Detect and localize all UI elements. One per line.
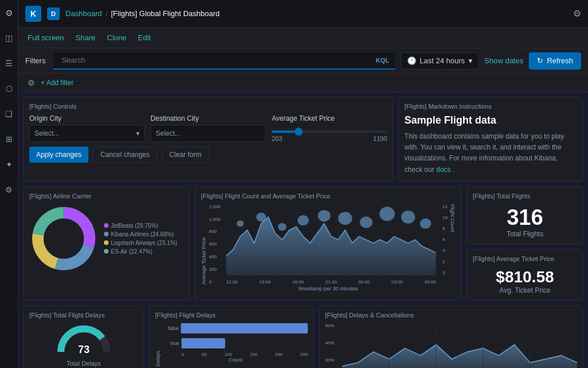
slider-fill xyxy=(272,131,295,133)
search-box[interactable]: KQL xyxy=(53,52,394,70)
top-bar: K D Dashboard / [Flights] Global Flight … xyxy=(18,0,588,28)
flight-delays-title: [Flights] Flight Delays xyxy=(155,312,308,319)
time-label: Last 24 hours xyxy=(420,56,465,65)
total-flights-value: 316 xyxy=(473,205,577,230)
docs-link[interactable]: docs xyxy=(436,166,451,174)
donut-chart-container: JetBeats (29.75%) Kibana Airlines (24.68… xyxy=(29,204,184,273)
clear-form-button[interactable]: Clear form xyxy=(162,147,209,163)
edit-link[interactable]: Edit xyxy=(138,33,150,42)
delays-cancellations-panel: [Flights] Delays & Cancellations 20% 30%… xyxy=(319,305,583,368)
sidebar-icon-home[interactable]: ⊙ xyxy=(1,5,17,21)
main-content: [Flights] Controls Origin City Select...… xyxy=(18,92,588,368)
total-flights-panel: [Flights] Total Flights 316 Total Flight… xyxy=(466,186,583,244)
origin-placeholder: Select... xyxy=(34,129,59,137)
breadcrumb-current: [Flights] Global Flight Dashboard xyxy=(111,9,219,18)
time-filter[interactable]: 🕐 Last 24 hours ▾ xyxy=(401,52,479,70)
markdown-body: This dashboard contains sample data for … xyxy=(404,131,577,175)
svg-point-13 xyxy=(380,206,395,221)
kql-badge[interactable]: KQL xyxy=(376,57,389,64)
y-axis-label: Average Ticket Price xyxy=(201,204,207,285)
origin-select[interactable]: Select... ▾ xyxy=(29,125,145,142)
sidebar-icon-ml[interactable]: ✦ xyxy=(1,156,17,172)
origin-city-group: Origin City Select... ▾ xyxy=(29,114,145,142)
row-charts2: [Flights] Total Flight Delays 73 Total D… xyxy=(23,305,583,368)
chevron-down-icon: ▾ xyxy=(469,56,473,65)
hbar-x-label: Count xyxy=(163,357,308,363)
chart-area: 0 200 400 600 800 1,000 1,200 xyxy=(209,204,447,285)
destination-select[interactable]: Select... xyxy=(150,125,266,142)
breadcrumb-sep: / xyxy=(106,9,108,18)
donut-legend: JetBeats (29.75%) Kibana Airlines (24.68… xyxy=(104,223,177,255)
refresh-button[interactable]: ↻ Refresh xyxy=(529,52,581,70)
y-ticks: 0 200 400 600 800 1,000 1,200 xyxy=(209,204,225,285)
cancel-changes-button[interactable]: Cancel changes xyxy=(93,147,157,163)
x-ticks: 12:00 15:00 18:00 21:00 00:00 03:00 06:0… xyxy=(226,279,436,285)
origin-label: Origin City xyxy=(29,114,145,122)
svg-point-9 xyxy=(297,215,308,225)
avg-ticket-panel: [Flights] Average Ticket Price $810.58 A… xyxy=(466,249,583,301)
sidebar-icon-canvas[interactable]: ❑ xyxy=(1,106,17,122)
flight-count-chart: Average Ticket Price 0 200 400 600 800 1… xyxy=(201,204,455,285)
destination-label: Destination City xyxy=(150,114,266,122)
x-axis-label: timestamp per 30 minutes xyxy=(201,286,455,292)
price-label: Average Ticket Price xyxy=(272,114,387,122)
controls-title: [Flights] Controls xyxy=(29,103,387,110)
share-link[interactable]: Share xyxy=(76,33,96,42)
line-chart-container: 20% 30% 40% 50% xyxy=(325,323,577,368)
app-badge: D xyxy=(47,7,60,20)
dc-svg xyxy=(342,323,577,368)
origin-chevron-icon: ▾ xyxy=(136,129,140,137)
donut-chart xyxy=(29,204,98,273)
controls-panel: [Flights] Controls Origin City Select...… xyxy=(23,97,393,182)
price-min: 203 xyxy=(272,135,282,142)
destination-placeholder: Select... xyxy=(156,129,180,137)
sidebar-icon-dashboard[interactable]: ☰ xyxy=(1,55,17,71)
svg-point-7 xyxy=(256,212,266,221)
stats-col: [Flights] Total Flights 316 Total Flight… xyxy=(466,186,583,301)
flight-count-panel: [Flights] Flight Count and Average Ticke… xyxy=(195,186,462,301)
clone-link[interactable]: Clone xyxy=(107,33,126,42)
total-delays-panel: [Flights] Total Flight Delays 73 Total D… xyxy=(23,305,144,368)
gauge-svg: 73 xyxy=(55,323,113,355)
legend-kibana: Kibana Airlines (24.68%) xyxy=(104,231,177,237)
svg-point-14 xyxy=(401,210,415,224)
slider-thumb[interactable] xyxy=(295,128,303,136)
svg-point-6 xyxy=(237,220,243,227)
price-group: Average Ticket Price 203 1190 xyxy=(272,114,387,142)
breadcrumb-home[interactable]: Dashboard xyxy=(65,9,102,18)
fullscreen-link[interactable]: Full screen xyxy=(28,33,64,42)
legend-logstash: Logstash Airways (23.1%) xyxy=(104,240,177,246)
filter-gear-icon[interactable]: ⚙ xyxy=(28,78,35,87)
hbar-x-ticks: 050100150200250 xyxy=(163,352,308,357)
row-charts1: [Flights] Airline Carrier xyxy=(23,186,583,301)
filter-bar: Filters KQL 🕐 Last 24 hours ▾ Show dates… xyxy=(18,48,588,74)
hbar-true xyxy=(181,338,225,348)
search-input[interactable] xyxy=(59,56,373,64)
settings-icon[interactable]: ⚙ xyxy=(573,8,581,19)
svg-point-8 xyxy=(278,223,287,231)
refresh-label: Refresh xyxy=(547,56,573,65)
legend-esair: ES-Air (22.47%) xyxy=(104,248,177,255)
filters-label: Filters xyxy=(25,56,45,65)
y2-ticks: 0 2 4 6 8 10 12 xyxy=(442,204,447,275)
row-controls: [Flights] Controls Origin City Select...… xyxy=(23,97,583,182)
avg-ticket-title: [Flights] Average Ticket Price xyxy=(473,255,577,262)
sidebar: ⊙ ◫ ☰ ⬡ ❑ ⊞ ✦ ⚙ xyxy=(0,0,18,368)
add-filter-link[interactable]: + Add filter xyxy=(41,79,74,87)
show-dates-button[interactable]: Show dates xyxy=(485,56,524,65)
sidebar-icon-visualize[interactable]: ⬡ xyxy=(1,80,17,97)
hbar-row-false: false xyxy=(163,323,308,334)
svg-point-12 xyxy=(360,216,373,228)
hbar-y-label: Flight Delays xyxy=(155,323,161,368)
apply-changes-button[interactable]: Apply changes xyxy=(29,147,88,163)
breadcrumb: Dashboard / [Flights] Global Flight Dash… xyxy=(65,9,220,18)
svg-text:73: 73 xyxy=(78,344,90,355)
total-flights-label: Total Flights xyxy=(473,230,577,238)
hbar-row-true: true xyxy=(163,338,308,348)
legend-jetbeats: JetBeats (29.75%) xyxy=(104,223,177,229)
total-delays-label: Total Delays xyxy=(29,360,138,367)
price-slider[interactable]: 203 1190 xyxy=(272,131,387,142)
sidebar-icon-management[interactable]: ⚙ xyxy=(1,182,17,198)
sidebar-icon-maps[interactable]: ⊞ xyxy=(1,131,17,147)
sidebar-icon-discover[interactable]: ◫ xyxy=(1,30,17,46)
